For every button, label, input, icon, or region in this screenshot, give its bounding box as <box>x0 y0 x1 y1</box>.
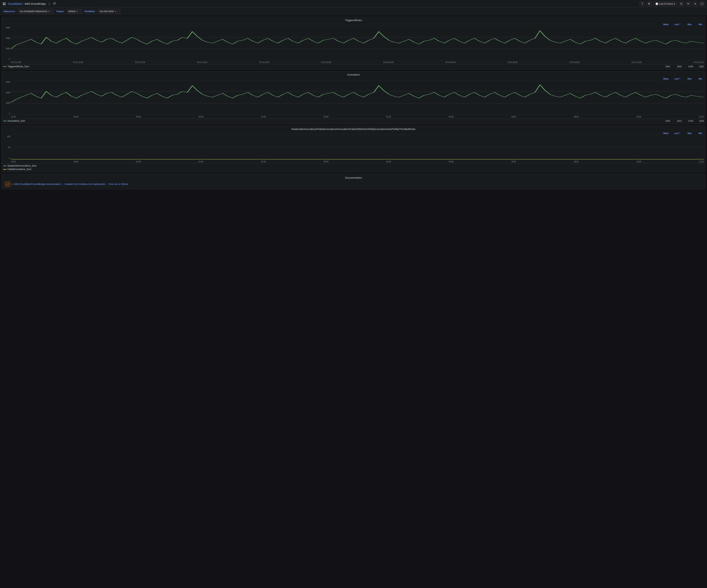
stat-header-min-1: Min <box>692 23 702 26</box>
chart-2-svg <box>11 80 704 115</box>
stat-last-1: 2010 <box>670 65 682 68</box>
breadcrumb-separator: / <box>23 2 24 5</box>
stat-header-mean-1: Mean <box>657 23 669 26</box>
legend-row-3-0: DeadLetterInvocations_Sum <box>2 164 705 168</box>
panel-invocations: Invocations Mean Last * Max Min 6000 400… <box>2 71 705 124</box>
clock-icon: 🕐 <box>655 2 658 5</box>
stat-mean-2: 2541 <box>659 120 670 122</box>
rulename-label: RuleName <box>83 9 96 13</box>
legend-label-3-0: DeadLetterInvocations_Sum <box>7 165 36 167</box>
share-icon[interactable] <box>53 2 56 5</box>
stats-values-2: 2541 2012 6743 1028 <box>659 120 704 122</box>
legend-label-2: Invocations_Sum <box>7 119 25 122</box>
stat-header-last-2: Last * <box>669 78 680 80</box>
zoom-out-button[interactable] <box>679 1 684 6</box>
breadcrumb: CloudWatch / AWS EventBridge <box>8 2 46 5</box>
panel-deadletter: DeadLetterInvocations/FailedInvocations/… <box>2 126 705 172</box>
panel-invocations-chart-area: Mean Last * Max Min 6000 4000 2000 0 <box>2 77 705 118</box>
doc-sep-1: | <box>63 183 63 185</box>
stat-header-mean-3: Mean <box>657 132 669 134</box>
legend-color-3-0 <box>3 166 6 166</box>
legend-section-3: DeadLetterInvocations_Sum FailedInvocati… <box>2 164 705 172</box>
y-axis-3: 100 50 0 <box>3 135 11 160</box>
refresh-button[interactable]: ↻ <box>685 1 691 6</box>
region-select[interactable]: default ▾ <box>67 9 82 14</box>
region-label: Region <box>55 9 65 13</box>
stat-header-last-1: Last * <box>669 23 680 26</box>
legend-color-3-1 <box>3 169 6 170</box>
stat-mean-1: 2541 <box>659 65 670 68</box>
stat-min-2: 1028 <box>693 120 704 122</box>
stat-header-min-3: Min <box>692 132 702 134</box>
x-axis-1: 07/13 14:00 07/13 16:00 07/13 18:00 07/1… <box>3 61 704 64</box>
doc-pipe: | <box>12 183 12 185</box>
stat-header-min-2: Min <box>692 78 702 80</box>
rulename-select[interactable]: my-rule-name ▾ <box>98 9 120 14</box>
region-arrow: ▾ <box>76 10 77 12</box>
stats-values-1: 2541 2010 6134 1025 <box>659 65 704 68</box>
svg-line-8 <box>54 4 55 4</box>
legend-2: Invocations_Sum <box>3 119 25 122</box>
svg-point-4 <box>55 2 56 3</box>
time-range-button[interactable]: 🕐 Last 24 hours ▾ <box>653 1 677 6</box>
svg-rect-2 <box>3 4 4 5</box>
legend-color-1 <box>3 66 6 67</box>
stat-header-max-1: Max <box>680 23 692 26</box>
panel-deadletter-chart-area: Mean Last * Max Min 100 50 0 <box>2 131 705 164</box>
chart-3-wrapper: 100 50 0 <box>3 135 704 160</box>
panel-triggered-rules: TriggeredRules Mean Last * Max Min 6000 … <box>2 17 705 70</box>
panel-documentation: Documentation | AWS CloudWatch EventBrid… <box>2 174 705 189</box>
settings-button[interactable]: ⚙ <box>646 1 652 6</box>
grid-icon[interactable] <box>2 2 6 6</box>
stat-header-mean-2: Mean <box>657 78 669 80</box>
chart-1-svg <box>11 26 704 60</box>
datasource-select[interactable]: my-cloudwatch-datasource ▾ <box>18 9 54 14</box>
breadcrumb-dashboard: AWS EventBridge <box>25 2 46 5</box>
chart-3 <box>11 135 704 160</box>
svg-rect-3 <box>4 4 6 5</box>
panel-triggered-rules-chart-area: Mean Last * Max Min 6000 4000 2000 0 <box>2 23 705 64</box>
refresh-dropdown-button[interactable]: ▾ <box>693 1 698 6</box>
legend-3-1: FailedInvocations_Sum <box>3 168 31 171</box>
panel-invocations-title: Invocations <box>2 71 705 77</box>
svg-rect-0 <box>3 2 4 4</box>
doc-icon <box>5 181 10 187</box>
main-content: TriggeredRules Mean Last * Max Min 6000 … <box>0 15 707 191</box>
svg-line-7 <box>54 3 55 3</box>
doc-link-1[interactable]: AWS CloudWatch EventBridge documentation <box>14 183 61 185</box>
datasource-value: my-cloudwatch-datasource <box>20 10 47 13</box>
help-button[interactable]: ? <box>640 1 645 6</box>
chart-1-wrapper: 6000 4000 2000 0 <box>3 26 704 61</box>
time-range-label: Last 24 hours <box>659 2 673 5</box>
y-axis-1: 6000 4000 2000 0 <box>3 26 11 61</box>
toolbar: Datasource my-cloudwatch-datasource ▾ Re… <box>0 8 707 15</box>
chart-3-svg <box>11 135 704 160</box>
stat-last-2: 2012 <box>670 120 682 122</box>
doc-title: Documentation <box>5 176 702 179</box>
chart-2 <box>11 80 704 115</box>
rulename-value: my-rule-name <box>100 10 114 13</box>
legend-stats-row-1: TriggeredRules_Sum 2541 2010 6134 1025 <box>2 64 705 69</box>
legend-row-3-1: FailedInvocations_Sum <box>2 168 705 172</box>
legend-label-1: TriggeredRules_Sum <box>7 65 29 68</box>
star-icon[interactable]: ☆ <box>48 2 50 5</box>
doc-link-3[interactable]: Fork me on GitHub <box>109 183 128 185</box>
doc-link-2[interactable]: Installed from Grafana.com dashboards <box>65 183 105 185</box>
x-axis-3: 14:00 16:00 18:00 20:00 22:00 00:00 02:0… <box>3 160 704 164</box>
chart-2-wrapper: 6000 4000 2000 0 <box>3 80 704 115</box>
stat-min-1: 1025 <box>693 65 704 68</box>
panel-triggered-rules-title: TriggeredRules <box>2 17 705 23</box>
region-value: default <box>68 10 75 13</box>
nav-right: ? ⚙ 🕐 Last 24 hours ▾ ↻ ▾ <box>640 1 705 6</box>
tv-mode-button[interactable] <box>699 1 705 6</box>
datasource-arrow: ▾ <box>48 10 49 12</box>
breadcrumb-app[interactable]: CloudWatch <box>8 2 22 5</box>
doc-sep-2: | <box>107 183 107 185</box>
svg-point-6 <box>55 4 56 5</box>
y-axis-2: 6000 4000 2000 0 <box>3 80 11 115</box>
svg-point-5 <box>53 3 54 4</box>
stat-header-max-3: Max <box>680 132 692 134</box>
panel-deadletter-title: DeadLetterInvocations/FailedInvocations/… <box>2 126 705 131</box>
legend-color-2 <box>3 121 6 121</box>
nav-left: CloudWatch / AWS EventBridge ☆ <box>2 2 56 6</box>
